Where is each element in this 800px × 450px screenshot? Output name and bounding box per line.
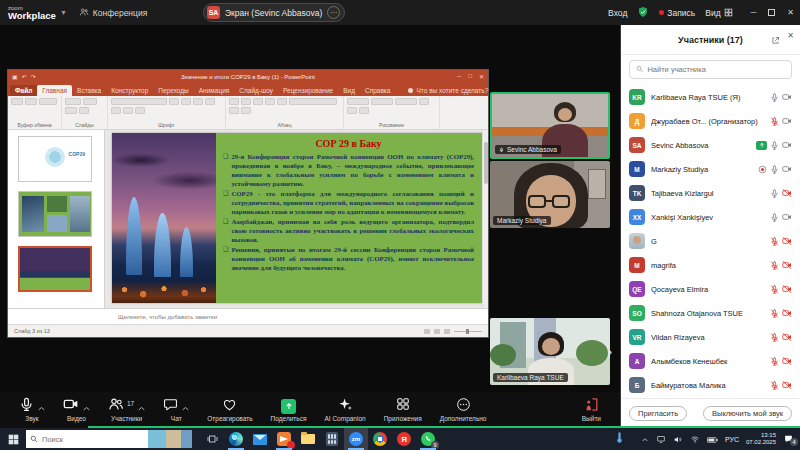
apps-button[interactable]: Приложения <box>375 392 431 428</box>
view-button[interactable]: Вид <box>705 8 732 18</box>
ribbon-group-2[interactable]: Слайды <box>62 96 108 129</box>
camera-off-icon[interactable] <box>782 376 792 394</box>
volume-icon[interactable] <box>673 430 683 448</box>
mic-muted-icon[interactable] <box>770 352 779 370</box>
participants-button[interactable]: 17Участники <box>99 392 154 428</box>
participant-row[interactable]: ДДжурабаев От... (Организатор) <box>629 109 792 133</box>
camera-icon[interactable] <box>782 88 792 106</box>
audio-button[interactable]: Звук <box>10 392 54 428</box>
ppt-quick-access-toolbar[interactable]: ▣↶↷ <box>12 73 36 80</box>
recording-indicator[interactable]: Запись <box>659 8 695 18</box>
camera-icon[interactable] <box>782 136 792 154</box>
participant-row[interactable]: MMarkaziy Studiya <box>629 157 792 181</box>
next-video-button[interactable]: › <box>603 338 617 364</box>
slide-canvas[interactable]: СОР 29 в Баку ❑29-я Конференция сторон Р… <box>112 133 482 303</box>
close-button[interactable]: ✕ <box>787 8 794 17</box>
leave-button[interactable]: Выйти <box>573 392 610 428</box>
participant-row[interactable]: VRVildan Rizayeva <box>629 325 792 349</box>
mic-icon[interactable] <box>770 184 779 202</box>
taskbar-search-box[interactable] <box>26 430 192 448</box>
participant-search-box[interactable] <box>629 60 792 79</box>
slide-thumbnail-1[interactable]: COP29 <box>18 136 92 182</box>
display-icon[interactable] <box>656 430 666 448</box>
mic-muted-icon[interactable] <box>770 376 779 394</box>
file-explorer-app[interactable] <box>296 428 320 450</box>
participant-row[interactable]: KRKarlibaeva Raya TSUE (Я) <box>629 85 792 109</box>
ppt-tab-9[interactable]: Вид <box>338 85 360 96</box>
security-shield-icon[interactable] <box>637 6 649 20</box>
maximize-button[interactable] <box>768 9 775 16</box>
ribbon-group-4[interactable]: Абзац <box>226 96 344 129</box>
video-thumbnail[interactable]: Markaziy Studiya <box>490 161 610 228</box>
start-button[interactable] <box>0 428 26 450</box>
ribbon-group-5[interactable]: Рисование <box>344 96 440 129</box>
chat-button[interactable]: Чат <box>154 392 198 428</box>
camera-off-icon[interactable] <box>782 256 792 274</box>
ppt-scrollbar[interactable] <box>482 130 488 308</box>
mic-icon[interactable] <box>770 160 779 178</box>
mic-muted-icon[interactable] <box>770 280 779 298</box>
task-view-button[interactable] <box>200 428 224 450</box>
participant-row[interactable]: SOShahnoza Otajanova TSUE <box>629 301 792 325</box>
ppt-tab-7[interactable]: Слайд-шоу <box>234 85 278 96</box>
participant-row[interactable]: Mmagrifa <box>629 253 792 277</box>
tab-screen-share[interactable]: SA Экран (Sevinc Abbasova) ⋯ <box>203 3 345 22</box>
battery-icon[interactable] <box>707 430 718 448</box>
ppt-tab-5[interactable]: Переходы <box>153 85 194 96</box>
ppt-minimize-button[interactable]: ─ <box>457 73 461 80</box>
ppt-tab-4[interactable]: Конструктор <box>106 85 153 96</box>
weather-widget[interactable] <box>615 430 624 448</box>
mic-icon[interactable] <box>770 88 779 106</box>
notifications-button[interactable]: 4 <box>783 434 794 444</box>
ppt-tab-6[interactable]: Анимация <box>194 85 235 96</box>
ppt-tab-1[interactable]: Файл <box>10 85 37 96</box>
camera-off-icon[interactable] <box>782 232 792 250</box>
network-icon[interactable] <box>690 430 700 448</box>
mic-muted-icon[interactable] <box>770 256 779 274</box>
chrome-app[interactable] <box>368 428 392 450</box>
slide-sorter-icon[interactable] <box>434 329 440 334</box>
participant-row[interactable]: TKTajibaeva Kizlargul <box>629 181 792 205</box>
whatsapp-app[interactable]: 9 <box>416 428 440 450</box>
slideshow-icon[interactable] <box>444 329 450 334</box>
mic-icon[interactable] <box>770 208 779 226</box>
participant-row[interactable]: ААлымбеков Кенешбек <box>629 349 792 373</box>
participant-row[interactable]: ББаймуратова Малика <box>629 373 792 397</box>
participant-row[interactable]: QEQocayeva Elmira <box>629 277 792 301</box>
camera-icon[interactable] <box>782 112 792 130</box>
calculator-app[interactable] <box>320 428 344 450</box>
yandex-browser-app[interactable]: Я <box>392 428 416 450</box>
mic-muted-icon[interactable] <box>770 112 779 130</box>
mic-icon[interactable] <box>770 136 779 154</box>
mic-muted-icon[interactable] <box>770 232 779 250</box>
telegram-app[interactable] <box>272 428 296 450</box>
share-button[interactable]: Поделиться <box>262 392 316 428</box>
ppt-tell-me[interactable]: Что вы хотите сделать? <box>403 85 493 96</box>
react-button[interactable]: Отреагировать <box>198 392 261 428</box>
chevron-up-icon[interactable] <box>182 397 189 415</box>
participant-row[interactable]: XXXankişi Xankişiyev <box>629 205 792 229</box>
signin-link[interactable]: Вход <box>608 8 627 18</box>
video-thumbnail[interactable]: Karlibaeva Raya TSUE <box>490 318 610 385</box>
participant-row[interactable]: SASevinc Abbasova <box>629 133 792 157</box>
more-button[interactable]: Дополнительно <box>431 392 496 428</box>
ai-companion-button[interactable]: AI Companion <box>315 392 374 428</box>
zoom-slider[interactable] <box>454 331 482 332</box>
ribbon-group-1[interactable]: Буфер обмена <box>8 96 62 129</box>
video-button[interactable]: Видео <box>54 392 99 428</box>
ppt-close-button[interactable]: ✕ <box>479 73 484 80</box>
mic-muted-icon[interactable] <box>770 328 779 346</box>
ppt-tab-10[interactable]: Справка <box>360 85 396 96</box>
mute-my-audio-button[interactable]: Выключить мой звук <box>703 406 792 421</box>
normal-view-icon[interactable] <box>424 329 430 334</box>
chevron-up-icon[interactable] <box>138 397 145 415</box>
close-panel-icon[interactable]: ✕ <box>787 31 794 49</box>
camera-off-icon[interactable] <box>782 184 792 202</box>
ribbon-group-3[interactable]: Шрифт <box>108 96 226 129</box>
camera-off-icon[interactable] <box>782 304 792 322</box>
tab-conference[interactable]: Конференция <box>73 7 153 19</box>
screen-share-options-button[interactable]: ⋯ <box>327 6 340 19</box>
ppt-slide-thumbnails[interactable]: COP29 <box>8 130 105 308</box>
chevron-up-icon[interactable] <box>83 397 90 415</box>
chevron-up-icon[interactable] <box>38 397 45 415</box>
